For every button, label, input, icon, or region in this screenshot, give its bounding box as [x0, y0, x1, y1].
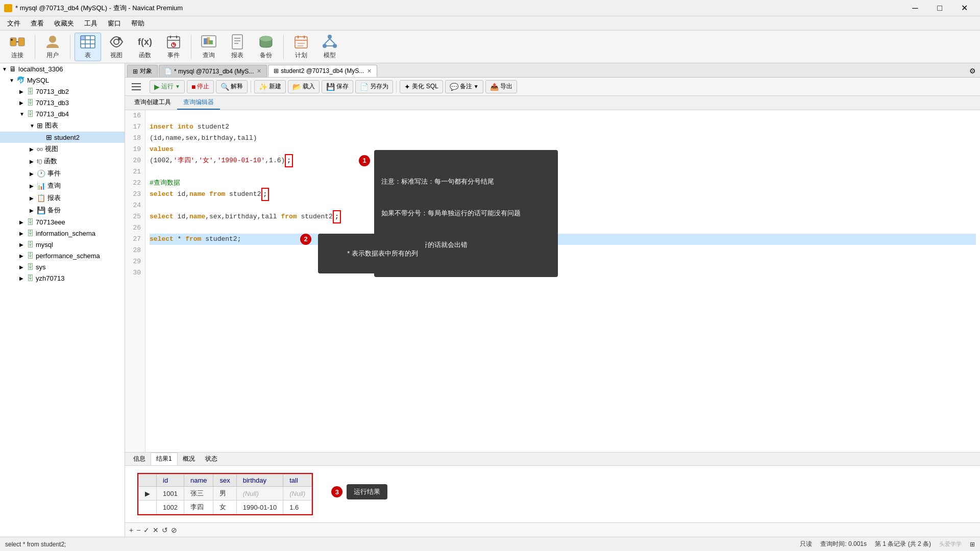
tab-object-label: 对象	[140, 67, 152, 76]
toolbar-report[interactable]: 报表	[224, 33, 251, 61]
code-line-21	[150, 166, 976, 178]
hamburger-menu[interactable]	[128, 79, 144, 95]
tab-query1-label: * mysql @70713_db4 (MyS...	[174, 68, 254, 75]
toolbar-user[interactable]: 用户	[39, 33, 66, 61]
comment-button[interactable]: 💬 备注 ▼	[445, 80, 483, 93]
sidebar-item-views[interactable]: ▶ oo 视图	[0, 143, 125, 155]
toolbar-connect[interactable]: 连接	[4, 33, 31, 61]
export-button[interactable]: 📤 导出	[485, 80, 517, 93]
query-tab-editor[interactable]: 查询编辑器	[177, 96, 220, 110]
toolbar-schedule[interactable]: 计划	[288, 33, 314, 61]
sidebar-item-student2[interactable]: ⊞ student2	[0, 132, 125, 143]
query-tab-builder[interactable]: 查询创建工具	[128, 96, 177, 110]
comment-label: 备注	[460, 82, 472, 91]
sidebar-item-mysql[interactable]: ▼ 🐬 MySQL	[0, 74, 125, 86]
views-icon: oo	[37, 146, 43, 152]
export-icon: 📤	[490, 83, 499, 91]
sidebar-item-sys[interactable]: ▶ 🗄 sys	[0, 261, 125, 272]
menu-help[interactable]: 帮助	[126, 17, 150, 30]
toolbar-model[interactable]: 模型	[316, 33, 343, 61]
expand-arrow-db3: ▶	[19, 100, 27, 106]
status-watermark: 头爱学学	[939, 540, 962, 548]
col-header-tall: tall	[283, 474, 312, 487]
explain-button[interactable]: 🔍 解释	[216, 80, 248, 93]
result-tab-info[interactable]: 信息	[128, 453, 151, 465]
sidebar-item-db2[interactable]: ▶ 🗄 70713_db2	[0, 86, 125, 97]
toolbar-backup[interactable]: 备份	[253, 33, 279, 61]
editor-area[interactable]: 16 17 18 19 20 21 22 23 24 25 26 27 28 2…	[125, 110, 980, 452]
import-button[interactable]: 📂 载入	[288, 80, 320, 93]
cell-name-1: 张三	[184, 487, 213, 500]
menu-file[interactable]: 文件	[2, 17, 26, 30]
toolbar-schedule-label: 计划	[295, 51, 307, 60]
toolbar-event[interactable]: 事件	[160, 33, 187, 61]
beautify-button[interactable]: ✦ 美化 SQL	[400, 80, 443, 93]
menu-window[interactable]: 窗口	[103, 17, 126, 30]
tab-student2-close[interactable]: ✕	[367, 68, 372, 74]
col-header-sex: sex	[213, 474, 236, 487]
tab-settings-btn[interactable]: ⚙	[965, 65, 980, 77]
sidebar-item-db3[interactable]: ▶ 🗄 70713_db3	[0, 97, 125, 108]
menu-view[interactable]: 查看	[26, 17, 49, 30]
sidebar-mysqldb-label: mysql	[36, 241, 53, 248]
tab-query1[interactable]: 📄 * mysql @70713_db4 (MyS... ✕	[159, 65, 267, 77]
result-confirm-btn[interactable]: ✓	[143, 526, 150, 534]
sidebar-reports-label: 报表	[47, 193, 61, 203]
result-cancel-btn[interactable]: ✕	[153, 526, 159, 534]
sidebar-item-tables[interactable]: ▼ ⊞ 图表	[0, 119, 125, 132]
sidebar-item-mysqldb[interactable]: ▶ 🗄 mysql	[0, 239, 125, 250]
saveas-button[interactable]: 📄 另存为	[355, 80, 393, 93]
status-grid-btn[interactable]: ⊞	[970, 541, 975, 548]
stop-button[interactable]: ■ 停止	[187, 80, 214, 93]
tab-object-icon: ⊞	[133, 68, 138, 75]
result-remove-btn[interactable]: −	[136, 526, 140, 534]
report-icon	[229, 34, 246, 50]
result-tab-overview[interactable]: 概况	[178, 453, 200, 465]
result-refresh-btn[interactable]: ↺	[162, 526, 168, 534]
badge-3: 3	[331, 486, 342, 497]
run-button[interactable]: ▶ 运行 ▼	[150, 80, 185, 93]
mysql-icon: 🐬	[16, 76, 25, 84]
sidebar-item-yzh[interactable]: ▶ 🗄 yzh70713	[0, 272, 125, 284]
code-editor[interactable]: insert into student2 (id,name,sex,birthd…	[145, 110, 980, 452]
toolbar-view[interactable]: 视图	[103, 33, 130, 61]
tab-student2[interactable]: ⊞ student2 @70713_db4 (MyS... ✕	[268, 65, 377, 77]
tab-query1-icon: 📄	[164, 68, 172, 75]
sidebar-item-backups[interactable]: ▶ 💾 备份	[0, 204, 125, 216]
tab-query1-close[interactable]: ✕	[257, 68, 261, 74]
expand-arrow-yzh: ▶	[19, 276, 27, 281]
result-stop-btn[interactable]: ⊘	[171, 526, 177, 534]
sidebar-item-events[interactable]: ▶ 🕐 事件	[0, 167, 125, 180]
result-tab-status[interactable]: 状态	[200, 453, 223, 465]
row-arrow-1: ▶	[139, 487, 157, 500]
mysqldb-icon: 🗄	[27, 240, 34, 248]
minimize-button[interactable]: ─	[903, 0, 927, 16]
menu-favorites[interactable]: 收藏夹	[49, 17, 79, 30]
close-button[interactable]: ✕	[952, 0, 976, 16]
sidebar-item-eee[interactable]: ▶ 🗄 70713eee	[0, 216, 125, 228]
code-line-22: #查询数据	[150, 178, 976, 189]
maximize-button[interactable]: □	[928, 0, 951, 16]
status-right: 只读 查询时间: 0.001s 第 1 条记录 (共 2 条) 头爱学学 ⊞	[800, 540, 975, 548]
result-tab-result1[interactable]: 结果1	[151, 453, 178, 465]
sidebar-item-info[interactable]: ▶ 🗄 information_schema	[0, 228, 125, 239]
sidebar-item-funcs[interactable]: ▶ f() 函数	[0, 155, 125, 167]
menu-tools[interactable]: 工具	[79, 17, 103, 30]
result-table-wrapper: id name sex birthday tall ▶ 1001	[137, 473, 313, 515]
svg-point-36	[328, 35, 332, 39]
sidebar-item-queries[interactable]: ▶ 📊 查询	[0, 180, 125, 192]
toolbar-query[interactable]: 查询	[195, 33, 222, 61]
toolbar-table[interactable]: 表	[75, 33, 101, 61]
new-button[interactable]: ✨ 新建	[254, 80, 286, 93]
func-icon: f(x)	[137, 34, 153, 50]
result-add-btn[interactable]: +	[129, 526, 133, 534]
run-arrow: ▼	[175, 84, 180, 89]
sidebar-item-db4[interactable]: ▼ 🗄 70713_db4	[0, 108, 125, 119]
toolbar-func[interactable]: f(x) 函数	[132, 33, 158, 61]
sidebar-item-perf[interactable]: ▶ 🗄 performance_schema	[0, 250, 125, 261]
status-bar: select * from student2; 只读 查询时间: 0.001s …	[0, 537, 980, 551]
save-button[interactable]: 💾 保存	[322, 80, 353, 93]
sidebar-item-reports[interactable]: ▶ 📋 报表	[0, 192, 125, 204]
sidebar-item-localhost[interactable]: ▼ 🖥 localhost_3306	[0, 63, 125, 74]
tab-object[interactable]: ⊞ 对象	[127, 65, 158, 77]
